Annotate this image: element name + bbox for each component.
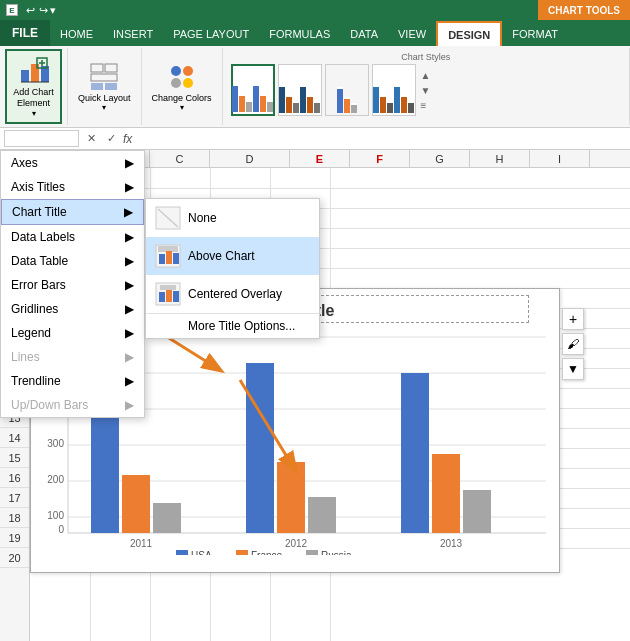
chart-swatch-1[interactable]: [231, 64, 275, 116]
tab-design[interactable]: DESIGN: [436, 21, 502, 47]
chart-filter-btn[interactable]: ▼: [562, 358, 584, 380]
chart-add-element-btn[interactable]: +: [562, 308, 584, 330]
svg-rect-33: [153, 503, 181, 533]
svg-text:USA: USA: [191, 550, 212, 555]
toolbar-customize[interactable]: ▾: [50, 4, 56, 17]
formula-bar-cancel[interactable]: ✕: [83, 132, 99, 145]
col-header-G[interactable]: G: [410, 150, 470, 167]
menu-item-lines[interactable]: Lines▶: [1, 345, 144, 369]
menu-item-data-labels[interactable]: Data Labels▶: [1, 225, 144, 249]
col-header-F[interactable]: F: [350, 150, 410, 167]
menu-item-axis-titles[interactable]: Axis Titles▶: [1, 175, 144, 199]
chart-tools-label: CHART TOOLS: [538, 0, 630, 20]
change-colors-arrow: ▾: [180, 103, 184, 112]
menu-item-axes[interactable]: Axes▶: [1, 151, 144, 175]
menu-item-data-table[interactable]: Data Table▶: [1, 249, 144, 273]
toolbar-redo[interactable]: ↪: [39, 4, 48, 17]
file-icon: E: [6, 4, 18, 16]
svg-rect-9: [91, 74, 117, 81]
above-chart-icon: [154, 242, 182, 270]
col-header-I[interactable]: I: [530, 150, 590, 167]
change-colors-icon: [166, 61, 198, 93]
row-19-num[interactable]: 19: [0, 528, 29, 548]
tab-insert[interactable]: INSERT: [103, 22, 163, 46]
quick-layout-group: Quick Layout ▾: [68, 48, 142, 125]
formula-bar: ✕ ✓ fx: [0, 128, 630, 150]
svg-rect-11: [105, 83, 117, 90]
tab-formulas[interactable]: FORMULAS: [259, 22, 340, 46]
toolbar-undo[interactable]: ↩: [26, 4, 35, 17]
svg-rect-58: [166, 289, 172, 302]
svg-text:France: France: [251, 550, 283, 555]
svg-rect-7: [91, 64, 103, 72]
row-14-num[interactable]: 14: [0, 428, 29, 448]
svg-text:300: 300: [47, 438, 64, 449]
svg-rect-0: [21, 70, 29, 82]
svg-text:2012: 2012: [285, 538, 308, 549]
submenu-none[interactable]: None: [146, 199, 319, 237]
quick-layout-arrow: ▾: [102, 103, 106, 112]
svg-text:2011: 2011: [130, 538, 153, 549]
submenu-centered-overlay[interactable]: Centered Overlay: [146, 275, 319, 313]
add-chart-element-button[interactable]: Add Chart Element ▾: [5, 49, 62, 124]
change-colors-group: Change Colors ▾: [142, 48, 223, 125]
col-header-D[interactable]: D: [210, 150, 290, 167]
row-18-num[interactable]: 18: [0, 508, 29, 528]
svg-rect-39: [401, 373, 429, 533]
menu-item-chart-title[interactable]: Chart Title▶: [1, 199, 144, 225]
formula-bar-confirm[interactable]: ✓: [103, 132, 119, 145]
svg-rect-57: [159, 292, 165, 302]
chart-title-submenu: None Above Chart: [145, 198, 320, 339]
submenu-above-chart[interactable]: Above Chart: [146, 237, 319, 275]
tab-view[interactable]: VIEW: [388, 22, 436, 46]
svg-point-15: [183, 78, 193, 88]
chart-styles-scroll-up[interactable]: ▲: [421, 70, 431, 81]
svg-rect-45: [236, 550, 248, 555]
quick-layout-button[interactable]: Quick Layout ▾: [74, 57, 135, 117]
chart-swatch-2[interactable]: [278, 64, 322, 116]
centered-overlay-icon: [154, 280, 182, 308]
svg-rect-10: [91, 83, 103, 90]
chart-styles-expand[interactable]: ≡: [421, 100, 431, 111]
svg-text:0: 0: [58, 524, 64, 535]
svg-text:100: 100: [47, 510, 64, 521]
none-icon: [154, 204, 182, 232]
svg-rect-1: [31, 64, 39, 82]
chart-styles-group: Chart Styles: [223, 48, 630, 125]
svg-text:200: 200: [47, 474, 64, 485]
tab-page-layout[interactable]: PAGE LAYOUT: [163, 22, 259, 46]
tab-format[interactable]: FORMAT: [502, 22, 568, 46]
change-colors-button[interactable]: Change Colors ▾: [148, 57, 216, 117]
menu-item-updown-bars[interactable]: Up/Down Bars▶: [1, 393, 144, 417]
row-20-num[interactable]: 20: [0, 548, 29, 568]
svg-rect-43: [176, 550, 188, 555]
svg-point-12: [171, 66, 181, 76]
tab-file[interactable]: FILE: [0, 20, 50, 46]
svg-rect-8: [105, 64, 117, 72]
chart-style-btn[interactable]: 🖌: [562, 333, 584, 355]
menu-item-trendline[interactable]: Trendline▶: [1, 369, 144, 393]
row-17-num[interactable]: 17: [0, 488, 29, 508]
menu-item-gridlines[interactable]: Gridlines▶: [1, 297, 144, 321]
tab-data[interactable]: DATA: [340, 22, 388, 46]
svg-rect-37: [308, 497, 336, 533]
submenu-more-title-options[interactable]: More Title Options...: [146, 313, 319, 338]
svg-rect-35: [246, 363, 274, 533]
chart-swatch-3[interactable]: [325, 64, 369, 116]
svg-rect-32: [122, 475, 150, 533]
svg-rect-40: [432, 454, 460, 533]
col-header-E[interactable]: E: [290, 150, 350, 167]
menu-item-legend[interactable]: Legend▶: [1, 321, 144, 345]
quick-layout-icon: [88, 61, 120, 93]
menu-item-error-bars[interactable]: Error Bars▶: [1, 273, 144, 297]
col-header-C[interactable]: C: [150, 150, 210, 167]
name-box[interactable]: [4, 130, 79, 147]
chart-swatch-4[interactable]: [372, 64, 416, 116]
row-15-num[interactable]: 15: [0, 448, 29, 468]
col-header-H[interactable]: H: [470, 150, 530, 167]
row-16-num[interactable]: 16: [0, 468, 29, 488]
chart-styles-scroll-down[interactable]: ▼: [421, 85, 431, 96]
add-chart-element-group: Add Chart Element ▾: [0, 48, 68, 125]
tab-home[interactable]: HOME: [50, 22, 103, 46]
change-colors-label: Change Colors: [152, 93, 212, 104]
